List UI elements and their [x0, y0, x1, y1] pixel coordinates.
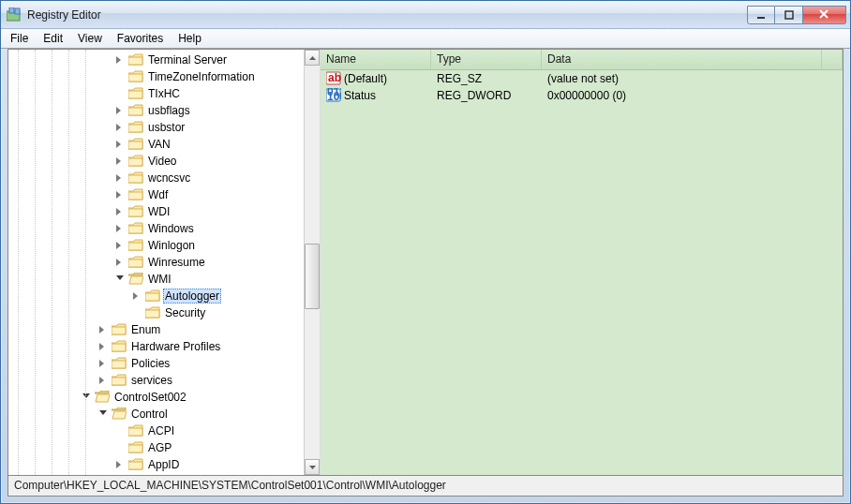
tree-item[interactable]: Wdf	[8, 186, 304, 203]
tree-item[interactable]: Autologger	[8, 288, 304, 304]
minimize-button[interactable]	[747, 6, 775, 24]
minimize-icon	[756, 10, 766, 20]
tree-item[interactable]: Video	[8, 153, 304, 170]
statusbar-path: Computer\HKEY_LOCAL_MACHINE\SYSTEM\Contr…	[14, 479, 446, 492]
titlebar[interactable]: Registry Editor	[1, 1, 850, 29]
expand-icon[interactable]	[113, 186, 127, 203]
tree-item[interactable]: Windows	[8, 220, 304, 237]
no-expand	[113, 68, 127, 85]
tree-item[interactable]: Hardware Profiles	[8, 338, 304, 355]
scroll-track[interactable]	[305, 66, 320, 459]
folder-icon	[128, 171, 143, 185]
tree-item[interactable]: TIxHC	[8, 85, 304, 102]
list-body[interactable]: (Default)REG_SZ(value not set)StatusREG_…	[321, 70, 843, 104]
maximize-button[interactable]	[775, 6, 803, 24]
menubar: File Edit View Favorites Help	[1, 29, 850, 49]
regedit-icon	[7, 7, 22, 22]
chevron-down-icon	[309, 466, 316, 469]
scroll-down-button[interactable]	[305, 459, 320, 475]
menu-edit[interactable]: Edit	[36, 30, 70, 47]
expand-icon[interactable]	[97, 321, 111, 338]
window-title: Registry Editor	[27, 8, 747, 22]
tree-item[interactable]: Winresume	[8, 254, 304, 271]
tree-item[interactable]: AGP	[8, 439, 304, 456]
tree-item[interactable]: Security	[8, 304, 304, 321]
column-header-type[interactable]: Type	[431, 50, 542, 69]
expand-icon[interactable]	[113, 237, 127, 254]
tree-item[interactable]: usbflags	[8, 102, 304, 119]
column-header-name[interactable]: Name	[321, 50, 431, 69]
expand-icon[interactable]	[113, 119, 127, 136]
no-expand	[113, 439, 127, 456]
tree-scrollbar-vertical[interactable]	[304, 50, 320, 475]
expand-icon[interactable]	[113, 136, 127, 153]
expand-icon[interactable]	[113, 52, 127, 68]
statusbar: Computer\HKEY_LOCAL_MACHINE\SYSTEM\Contr…	[7, 476, 844, 497]
folder-icon	[128, 155, 143, 168]
folder-open-icon	[112, 408, 127, 421]
expand-icon[interactable]	[113, 170, 127, 186]
expand-icon[interactable]	[113, 220, 127, 237]
tree-item[interactable]: Policies	[8, 355, 304, 372]
tree-item[interactable]: Enum	[8, 321, 304, 338]
collapse-icon[interactable]	[113, 271, 127, 288]
tree-item[interactable]: VAN	[8, 136, 304, 153]
tree-item[interactable]: Winlogon	[8, 237, 304, 254]
expand-icon[interactable]	[113, 456, 127, 473]
collapse-icon[interactable]	[97, 406, 111, 422]
folder-open-icon	[128, 273, 143, 286]
svg-rect-11	[757, 17, 765, 19]
expand-icon[interactable]	[113, 102, 127, 119]
expand-icon[interactable]	[97, 372, 111, 389]
tree-item[interactable]: WMI	[8, 271, 304, 288]
close-button[interactable]	[803, 6, 846, 24]
expand-icon[interactable]	[113, 254, 127, 271]
collapse-icon[interactable]	[80, 389, 94, 406]
tree-guide-line	[52, 50, 52, 475]
client-area: Terminal ServerTimeZoneInformationTIxHCu…	[7, 49, 844, 476]
expand-icon[interactable]	[113, 203, 127, 220]
tree-item[interactable]: services	[8, 372, 304, 389]
menu-view[interactable]: View	[70, 30, 110, 47]
menu-file[interactable]: File	[3, 30, 36, 47]
chevron-up-icon	[309, 56, 316, 60]
expand-icon[interactable]	[97, 338, 111, 355]
folder-icon	[128, 138, 143, 151]
folder-icon	[112, 357, 127, 370]
folder-icon	[112, 374, 127, 387]
column-header-data[interactable]: Data	[542, 50, 822, 69]
folder-icon	[112, 323, 127, 336]
tree-item-label: TIxHC	[146, 87, 182, 100]
expand-icon[interactable]	[113, 153, 127, 170]
tree-item-label: Wdf	[146, 188, 170, 201]
tree-item[interactable]: Terminal Server	[8, 52, 304, 68]
tree-item-label: Winresume	[146, 256, 207, 269]
menu-favorites[interactable]: Favorites	[110, 30, 171, 47]
tree-item[interactable]: WDI	[8, 203, 304, 220]
scroll-up-button[interactable]	[305, 50, 320, 66]
value-data: (value not set)	[544, 72, 843, 85]
tree-item[interactable]: usbstor	[8, 119, 304, 136]
list-row[interactable]: (Default)REG_SZ(value not set)	[321, 70, 843, 87]
registry-tree[interactable]: Terminal ServerTimeZoneInformationTIxHCu…	[8, 50, 304, 475]
svg-marker-16	[309, 466, 316, 469]
close-icon	[819, 9, 829, 20]
no-expand	[113, 85, 127, 102]
tree-item[interactable]: Control	[8, 406, 304, 422]
string-value-icon	[326, 71, 341, 86]
value-type: REG_SZ	[433, 72, 544, 85]
scroll-thumb[interactable]	[305, 244, 320, 309]
folder-icon	[128, 458, 143, 471]
expand-icon[interactable]	[130, 288, 144, 304]
tree-item-label: Policies	[129, 357, 172, 370]
expand-icon[interactable]	[97, 355, 111, 372]
tree-item[interactable]: wcncsvc	[8, 170, 304, 186]
list-row[interactable]: StatusREG_DWORD0x00000000 (0)	[321, 87, 843, 104]
tree-item[interactable]: ControlSet002	[8, 389, 304, 406]
tree-item[interactable]: ACPI	[8, 422, 304, 439]
tree-item-label: TimeZoneInformation	[146, 70, 257, 83]
tree-item[interactable]: AppID	[8, 456, 304, 473]
menu-help[interactable]: Help	[171, 30, 209, 47]
svg-rect-12	[785, 11, 793, 19]
tree-item[interactable]: TimeZoneInformation	[8, 68, 304, 85]
